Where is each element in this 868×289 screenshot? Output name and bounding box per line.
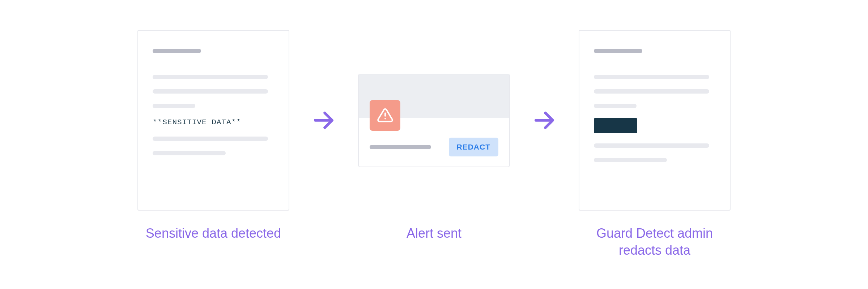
arrow-right-icon [532, 108, 557, 133]
arrow-alert-to-redact [532, 30, 557, 211]
arrow-detect-to-alert [311, 30, 336, 211]
doc-title-line [594, 49, 642, 53]
step-alert-caption: Alert sent [407, 225, 461, 242]
doc-text-line [594, 89, 709, 94]
doc-text-line [594, 158, 667, 162]
doc-text-line [153, 137, 268, 141]
doc-text-line [153, 104, 195, 108]
document-redacted [579, 30, 731, 211]
step-redact: Guard Detect admin redacts data [579, 30, 731, 259]
step-detect-caption: Sensitive data detected [146, 225, 281, 242]
doc-text-line [153, 89, 268, 94]
doc-title-line [153, 49, 201, 53]
warning-triangle-icon [377, 107, 393, 124]
sensitive-data-marker: **SENSITIVE DATA** [153, 118, 274, 126]
doc-text-line [594, 104, 637, 108]
step-detect: **SENSITIVE DATA** Sensitive data detect… [137, 30, 289, 242]
arrow-right-icon [311, 108, 336, 133]
step-alert: REDACT Alert sent [358, 30, 510, 242]
warning-icon-badge [370, 100, 400, 131]
doc-text-line [594, 143, 709, 148]
alert-notification-card: REDACT [358, 74, 510, 167]
doc-text-line [153, 151, 226, 155]
redacted-block [594, 118, 637, 133]
redact-button[interactable]: REDACT [449, 138, 499, 156]
step-redact-caption: Guard Detect admin redacts data [579, 225, 731, 259]
doc-text-line [594, 75, 709, 79]
workflow-diagram: **SENSITIVE DATA** Sensitive data detect… [137, 30, 731, 259]
alert-header [359, 74, 509, 118]
document-with-sensitive-data: **SENSITIVE DATA** [137, 30, 289, 211]
alert-message-line [370, 145, 431, 149]
doc-text-line [153, 75, 268, 79]
